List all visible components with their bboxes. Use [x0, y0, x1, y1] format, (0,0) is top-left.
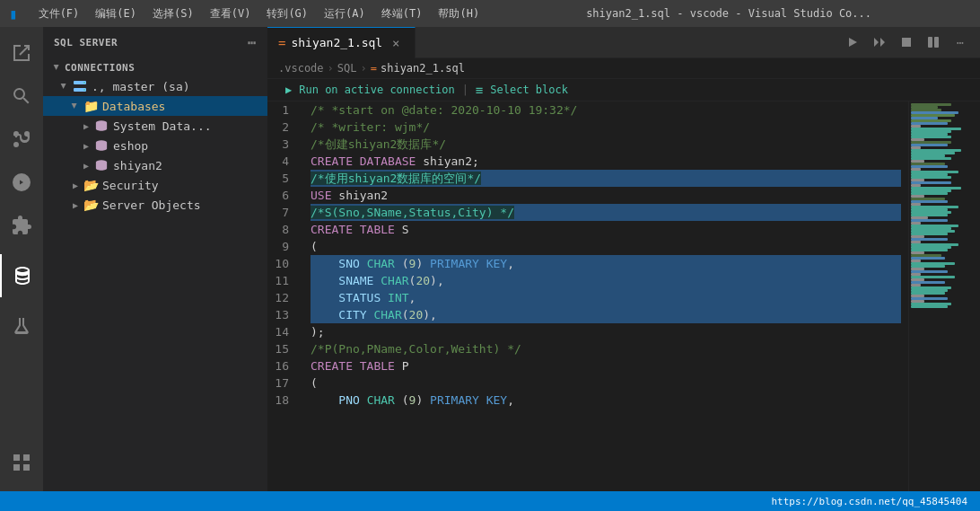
eshop-icon [93, 137, 109, 154]
svg-rect-11 [902, 38, 911, 47]
connections-arrow: ▶ [50, 60, 65, 75]
code-line-4: CREATE DATABASE shiyan2; [311, 153, 901, 170]
code-line-3: /*创建shiyan2数据库*/ [311, 136, 901, 153]
breadcrumb-sep2: › [361, 62, 367, 75]
tree-item-security[interactable]: ▶ 📂 Security [43, 175, 267, 195]
menu-view[interactable]: 查看(V) [203, 4, 258, 23]
breadcrumb-sql[interactable]: SQL [337, 62, 357, 75]
master-label: ., master (sa) [92, 80, 190, 93]
run-btn[interactable] [840, 30, 865, 55]
system-data-icon [93, 118, 109, 134]
server-objects-arrow: ▶ [68, 198, 83, 212]
breadcrumb: .vscode › SQL › = shiyan2_1.sql [267, 58, 980, 79]
eshop-label: eshop [113, 139, 148, 153]
code-line-1: /* *start on @date: 2020-10-10 19:32*/ [311, 101, 901, 119]
sidebar-title: SQL SERVER [54, 37, 118, 48]
connections-label[interactable]: ▶ CONNECTIONS [43, 58, 267, 76]
more-actions-btn[interactable]: ⋯ [948, 30, 973, 55]
run-on-connection-btn[interactable]: Run on active connection [299, 84, 454, 96]
shiyan2-icon [93, 157, 109, 173]
menu-items: 文件(F) 编辑(E) 选择(S) 查看(V) 转到(G) 运行(A) 终端(T… [31, 4, 487, 23]
search-icon[interactable] [0, 75, 43, 118]
explorer-icon[interactable] [0, 31, 43, 75]
breadcrumb-file[interactable]: shiyan2_1.sql [381, 62, 465, 75]
tree-item-master[interactable]: ▶ ., master (sa) [43, 76, 267, 96]
split-editor-btn[interactable] [921, 30, 946, 55]
database-icon[interactable] [0, 254, 43, 297]
editor-container: = shiyan2_1.sql × ⋯ [267, 27, 980, 491]
code-line-6: USE shiyan2 [311, 187, 901, 204]
tab-filename: shiyan2_1.sql [291, 36, 382, 49]
title-bar: ▮ 文件(F) 编辑(E) 选择(S) 查看(V) 转到(G) 运行(A) 终端… [0, 0, 980, 27]
svg-rect-1 [23, 454, 30, 461]
system-data-arrow: ▶ [79, 119, 93, 133]
tab-bar-actions: ⋯ [840, 30, 980, 55]
breadcrumb-file-icon: = [371, 62, 377, 75]
code-line-15: /*P(Pno,PName,Color,Weitht) */ [311, 340, 901, 357]
run-debug-icon[interactable] [0, 161, 43, 204]
databases-folder-icon: 📁 [83, 98, 99, 114]
code-line-9: ( [311, 238, 901, 255]
activity-bar [0, 27, 43, 491]
sidebar: SQL SERVER ⋯ ▶ CONNECTIONS ▶ ., master (… [43, 27, 267, 491]
svg-rect-13 [934, 37, 939, 48]
tab-close-button[interactable]: × [388, 35, 404, 51]
minimap [908, 101, 980, 491]
editor-tab[interactable]: = shiyan2_1.sql × [267, 27, 416, 58]
code-line-17: ( [311, 374, 901, 392]
server-icon [72, 78, 88, 94]
menu-edit[interactable]: 编辑(E) [88, 4, 144, 23]
databases-arrow: ▶ [68, 99, 83, 113]
menu-run[interactable]: 运行(A) [317, 4, 372, 23]
tree-item-databases[interactable]: ▶ 📁 Databases [43, 96, 267, 116]
tree-item-eshop[interactable]: ▶ eshop [43, 136, 267, 155]
menu-help[interactable]: 帮助(H) [431, 4, 486, 23]
pages-icon[interactable] [0, 441, 43, 484]
status-url[interactable]: https://blog.csdn.net/qq_45845404 [766, 496, 973, 507]
select-block-btn[interactable]: Select block [490, 84, 568, 96]
flask-icon[interactable] [0, 304, 43, 348]
code-line-7: /*S(Sno,SName,Status,City) */ [311, 204, 901, 221]
menu-select[interactable]: 选择(S) [145, 4, 201, 23]
breadcrumb-sep1: › [328, 62, 334, 75]
breadcrumb-vscode[interactable]: .vscode [278, 62, 324, 75]
svg-rect-3 [13, 464, 20, 471]
title-bar-left: ▮ 文件(F) 编辑(E) 选择(S) 查看(V) 转到(G) 运行(A) 终端… [9, 4, 486, 23]
system-data-label: System Data... [113, 119, 212, 133]
master-arrow: ▶ [57, 79, 72, 93]
databases-label: Databases [102, 100, 165, 113]
git-icon[interactable] [0, 118, 43, 161]
code-line-18: PNO CHAR (9) PRIMARY KEY, [311, 392, 901, 409]
security-label: Security [102, 179, 159, 192]
run-btn2[interactable] [867, 30, 892, 55]
code-line-5: /*使用shiyan2数据库的空间*/ [311, 170, 901, 187]
sidebar-content: ▶ CONNECTIONS ▶ ., master (sa) ▶ 📁 Datab… [43, 58, 267, 491]
tree-item-system-data[interactable]: ▶ System Data... [43, 116, 267, 136]
editor-toolbar: ▶ Run on active connection | ≡ Select bl… [267, 79, 980, 101]
security-arrow: ▶ [68, 178, 83, 192]
sql-file-icon: = [278, 36, 285, 50]
menu-file[interactable]: 文件(F) [31, 4, 87, 23]
menu-goto[interactable]: 转到(G) [259, 4, 315, 23]
main-container: SQL SERVER ⋯ ▶ CONNECTIONS ▶ ., master (… [0, 27, 980, 491]
menu-terminal[interactable]: 终端(T) [374, 4, 430, 23]
code-line-14: ); [311, 323, 901, 340]
line-numbers: 12345 678910 1112131415 161718 [267, 101, 303, 491]
extensions-icon[interactable] [0, 204, 43, 247]
code-content[interactable]: /* *start on @date: 2020-10-10 19:32*/ /… [303, 101, 908, 491]
toolbar-separator: | [462, 84, 468, 96]
sidebar-header: SQL SERVER ⋯ [43, 27, 267, 58]
eshop-arrow: ▶ [79, 138, 93, 153]
svg-rect-0 [13, 454, 20, 461]
svg-point-7 [83, 89, 85, 91]
code-line-16: CREATE TABLE P [311, 357, 901, 374]
server-objects-label: Server Objects [102, 198, 201, 212]
tree-item-server-objects[interactable]: ▶ 📂 Server Objects [43, 195, 267, 215]
tree-item-shiyan2[interactable]: ▶ shiyan2 [43, 155, 267, 175]
tab-bar: = shiyan2_1.sql × ⋯ [267, 27, 980, 58]
stop-btn[interactable] [894, 30, 919, 55]
code-editor: 12345 678910 1112131415 161718 /* *start… [267, 101, 980, 491]
sidebar-header-actions[interactable]: ⋯ [248, 34, 257, 51]
vscode-logo: ▮ [9, 5, 18, 22]
shiyan2-arrow: ▶ [79, 158, 93, 172]
